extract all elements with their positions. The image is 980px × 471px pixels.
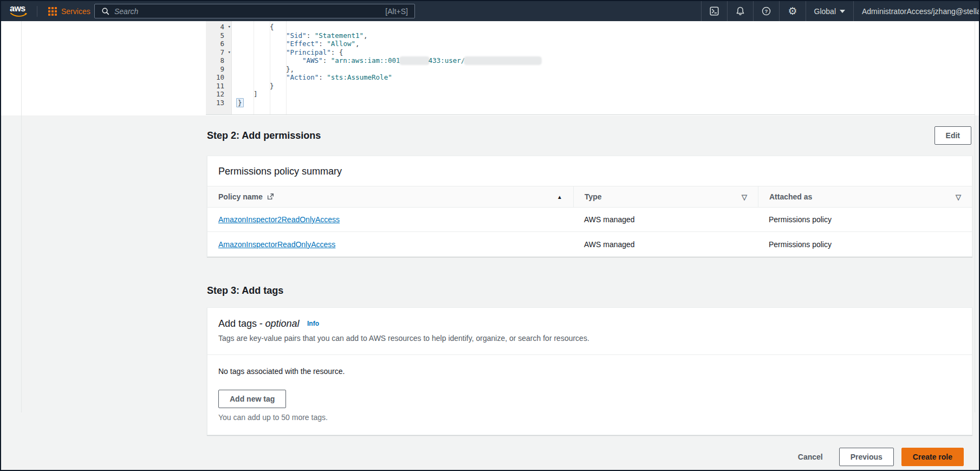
top-nav: aws Services [Alt+S] (1, 1, 979, 21)
policy-name-link[interactable]: AmazonInspectorReadOnlyAccess (218, 240, 335, 249)
aws-logo[interactable]: aws (10, 4, 29, 18)
line-number: 10 (206, 73, 232, 82)
sort-ascending-icon[interactable]: ▲ (557, 194, 562, 200)
wizard-footer-actions: Cancel Previous Create role (798, 448, 964, 466)
line-number: 6 (206, 40, 232, 48)
code-text: "Action": "sts:AssumeRole" (232, 73, 392, 82)
aws-console-window: aws Services [Alt+S] (0, 0, 980, 471)
tags-description: Tags are key-value pairs that you can ad… (218, 334, 961, 343)
line-number: 11 (206, 82, 232, 91)
policy-name-link[interactable]: AmazonInspector2ReadOnlyAccess (218, 215, 340, 224)
editor-line: 10"Action": "sts:AssumeRole" (206, 73, 975, 82)
code-text: "Principal": { (232, 48, 343, 57)
gear-icon: ⚙ (788, 6, 797, 16)
policy-table-header: Policy name ▲ Type ▽ Attached as (207, 186, 972, 208)
policy-type-cell: AWS managed (573, 232, 758, 256)
filter-icon[interactable]: ▽ (742, 193, 747, 201)
tags-card-header: Add tags - optional Info Tags are key-va… (207, 308, 972, 355)
code-text: ] (232, 90, 258, 99)
nav-right-group: ? ⚙ Global AdministratorAccess/jzhang@st… (701, 1, 979, 21)
editor-line: 8"AWS": "arn:aws:iam::001433:user/ (206, 56, 975, 65)
attached-as-header-label: Attached as (769, 192, 812, 201)
cloudshell-button[interactable] (701, 1, 727, 21)
column-header-type[interactable]: Type ▽ (573, 186, 758, 207)
terminal-icon (710, 7, 719, 16)
policy-name-cell: AmazonInspectorReadOnlyAccess (207, 232, 573, 256)
tags-card-title: Add tags (218, 318, 257, 329)
code-text: "Effect": "Allow", (232, 40, 360, 48)
search-icon (101, 7, 109, 15)
info-link[interactable]: Info (307, 320, 319, 327)
editor-line: 5"Sid": "Statement1", (206, 31, 975, 40)
policy-name-header-label: Policy name (218, 192, 263, 201)
policy-attached-as-cell: Permissions policy (758, 232, 972, 256)
settings-button[interactable]: ⚙ (779, 1, 805, 21)
caret-down-icon (840, 10, 845, 13)
column-header-attached-as[interactable]: Attached as ▽ (758, 186, 972, 207)
policy-name-cell: AmazonInspector2ReadOnlyAccess (207, 208, 573, 231)
previous-button[interactable]: Previous (839, 448, 894, 466)
editor-line: 11} (206, 82, 975, 91)
line-number: 9 (206, 65, 232, 74)
line-number: 13 (206, 99, 232, 107)
line-number: 8 (206, 56, 232, 65)
help-icon: ? (762, 7, 771, 16)
services-button[interactable]: Services (45, 1, 94, 21)
policy-table-row: AmazonInspectorReadOnlyAccessAWS managed… (207, 232, 972, 256)
policy-type-cell: AWS managed (573, 208, 758, 231)
policy-table-row: AmazonInspector2ReadOnlyAccessAWS manage… (207, 208, 972, 232)
tags-limit-text: You can add up to 50 more tags. (218, 413, 961, 422)
edit-button[interactable]: Edit (934, 126, 971, 145)
redacted-text (400, 57, 429, 64)
search-box[interactable]: [Alt+S] (94, 4, 415, 18)
trust-policy-editor[interactable]: 4▾{5"Sid": "Statement1",6"Effect": "Allo… (206, 21, 975, 115)
permissions-summary-card: Permissions policy summary Policy name ▲… (207, 156, 972, 257)
line-number: 12 (206, 90, 232, 99)
left-panel-edge (21, 21, 22, 412)
notifications-button[interactable] (727, 1, 753, 21)
editor-line: 6"Effect": "Allow", (206, 40, 975, 48)
redacted-text (465, 57, 541, 64)
step2-header-row: Step 2: Add permissions Edit (207, 126, 971, 145)
search-shortcut-hint: [Alt+S] (385, 7, 408, 16)
code-text: "Sid": "Statement1", (232, 31, 368, 40)
code-text: }, (232, 65, 294, 74)
bell-icon (736, 7, 745, 16)
code-text: } (232, 82, 274, 91)
help-button[interactable]: ? (753, 1, 779, 21)
cancel-button[interactable]: Cancel (798, 453, 823, 461)
filter-icon[interactable]: ▽ (956, 193, 961, 201)
editor-line: 13} (206, 99, 975, 107)
no-tags-text: No tags associated with the resource. (218, 367, 961, 376)
policy-attached-as-cell: Permissions policy (758, 208, 972, 231)
account-menu[interactable]: AdministratorAccess/jzhang@stellar (853, 1, 979, 21)
tags-card-body: No tags associated with the resource. Ad… (207, 355, 972, 435)
add-tags-card: Add tags - optional Info Tags are key-va… (207, 307, 972, 435)
svg-text:?: ? (765, 8, 768, 14)
editor-line: 12] (206, 90, 975, 99)
editor-line: 9}, (206, 65, 975, 74)
column-header-policy-name[interactable]: Policy name ▲ (207, 186, 573, 207)
fold-caret-icon[interactable]: ▾ (228, 48, 231, 57)
services-label: Services (61, 7, 90, 16)
permissions-card-header: Permissions policy summary (207, 156, 972, 186)
policy-table-body: AmazonInspector2ReadOnlyAccessAWS manage… (207, 208, 972, 256)
fold-caret-icon[interactable]: ▾ (228, 23, 231, 31)
code-text: "AWS": "arn:aws:iam::001433:user/ (232, 56, 541, 65)
code-text: } (232, 99, 244, 107)
type-header-label: Type (585, 192, 602, 201)
add-new-tag-button[interactable]: Add new tag (218, 390, 286, 408)
region-selector[interactable]: Global (806, 1, 853, 21)
line-number: 7▾ (206, 48, 232, 57)
search-input[interactable] (114, 7, 380, 16)
step2-title: Step 2: Add permissions (207, 130, 321, 141)
create-role-button[interactable]: Create role (901, 448, 964, 466)
line-number: 5 (206, 31, 232, 40)
editor-lines: 4▾{5"Sid": "Statement1",6"Effect": "Allo… (206, 21, 975, 107)
code-text: { (232, 23, 274, 31)
line-number: 4▾ (206, 23, 232, 31)
external-link-icon (267, 193, 274, 201)
aws-smile-icon (10, 12, 28, 18)
account-label: AdministratorAccess/jzhang@stellar (862, 7, 979, 16)
editor-line: 4▾{ (206, 23, 975, 31)
